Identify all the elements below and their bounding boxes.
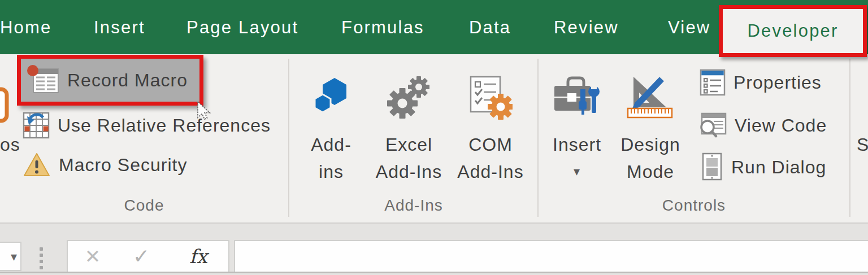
record-macro-icon <box>27 64 59 96</box>
formula-buttons-box: ✕ ✓ fx <box>67 240 229 273</box>
enter-icon[interactable]: ✓ <box>129 241 154 270</box>
properties-button[interactable]: Properties <box>700 67 822 98</box>
add-ins-label-line1: Add- <box>311 131 351 158</box>
com-add-ins-label-line1: COM <box>468 131 513 158</box>
tab-home[interactable]: Home <box>0 0 52 54</box>
tab-formulas[interactable]: Formulas <box>341 0 424 54</box>
tab-developer[interactable]: Developer <box>719 5 867 57</box>
view-code-button[interactable]: View Code <box>698 110 827 141</box>
design-mode-icon <box>626 63 675 131</box>
macro-security-label: Macro Security <box>59 155 187 176</box>
formula-input[interactable] <box>234 240 868 273</box>
run-dialog-label: Run Dialog <box>731 157 826 178</box>
insert-function-icon[interactable]: fx <box>183 241 214 270</box>
tab-developer-label: Developer <box>747 21 838 41</box>
com-add-ins-label-line2: Add-Ins <box>457 158 523 185</box>
record-macro-button[interactable]: Record Macro <box>17 55 203 106</box>
design-mode-label-line2: Mode <box>627 158 674 185</box>
excel-add-ins-label-line1: Excel <box>385 131 432 158</box>
view-code-icon <box>698 111 727 139</box>
view-code-label: View Code <box>735 115 827 136</box>
add-ins-label-line2: ins <box>319 158 344 185</box>
design-mode-label-line1: Design <box>620 131 680 158</box>
com-add-ins-icon <box>468 63 513 131</box>
insert-controls-button[interactable]: Insert ▾ <box>542 63 611 190</box>
use-relative-references-button[interactable]: Use Relative References <box>23 110 271 141</box>
properties-label: Properties <box>734 72 822 93</box>
code-group-label: Code <box>0 195 288 216</box>
tab-review[interactable]: Review <box>554 0 619 54</box>
excel-add-ins-gears-icon <box>387 63 432 131</box>
design-mode-button[interactable]: Design Mode <box>610 63 691 190</box>
clipped-macros-label[interactable]: os <box>0 131 20 158</box>
insert-toolbox-icon <box>553 63 601 131</box>
bottom-divider <box>0 272 868 273</box>
use-relative-references-label: Use Relative References <box>58 115 271 136</box>
excel-add-ins-button[interactable]: Excel Add-Ins <box>365 63 453 190</box>
com-add-ins-button[interactable]: COM Add-Ins <box>445 63 536 190</box>
macros-partial-icon[interactable] <box>0 87 11 129</box>
ribbon-tab-bar: Home Insert Page Layout Formulas Data Re… <box>0 0 868 54</box>
formula-bar-row: ▾ ✕ ✓ fx <box>0 222 868 275</box>
add-ins-group-label: Add-Ins <box>289 195 538 216</box>
tab-data[interactable]: Data <box>469 0 511 54</box>
name-box[interactable]: ▾ <box>0 242 21 271</box>
macro-security-button[interactable]: Macro Security <box>23 149 187 181</box>
tab-page-layout[interactable]: Page Layout <box>186 0 298 54</box>
add-ins-icon <box>312 63 350 131</box>
macro-security-warning-icon <box>23 152 51 178</box>
record-macro-label: Record Macro <box>67 70 188 91</box>
run-dialog-button[interactable]: Run Dialog <box>701 151 826 183</box>
name-box-dropdown-icon[interactable]: ▾ <box>11 243 17 270</box>
insert-controls-label: Insert <box>553 131 601 158</box>
mouse-cursor-icon <box>196 101 214 122</box>
cancel-icon[interactable]: ✕ <box>80 241 105 270</box>
use-relative-references-icon <box>23 112 50 139</box>
excel-window: Home Insert Page Layout Formulas Data Re… <box>0 0 868 275</box>
controls-group-label: Controls <box>539 195 849 216</box>
ribbon-developer-content: os Record Macro <box>0 54 868 222</box>
group-separator <box>537 59 539 217</box>
run-dialog-icon <box>701 152 723 182</box>
properties-icon <box>700 69 726 96</box>
clipped-source-label[interactable]: S <box>857 131 868 158</box>
add-ins-button[interactable]: Add- ins <box>294 63 368 190</box>
formula-bar-drag-handle-icon[interactable] <box>40 247 43 269</box>
tab-view[interactable]: View <box>668 0 710 54</box>
excel-add-ins-label-line2: Add-Ins <box>376 158 442 185</box>
group-separator <box>288 59 289 217</box>
dropdown-arrow-icon: ▾ <box>574 158 580 185</box>
group-separator <box>849 59 850 217</box>
tab-insert[interactable]: Insert <box>94 0 145 54</box>
